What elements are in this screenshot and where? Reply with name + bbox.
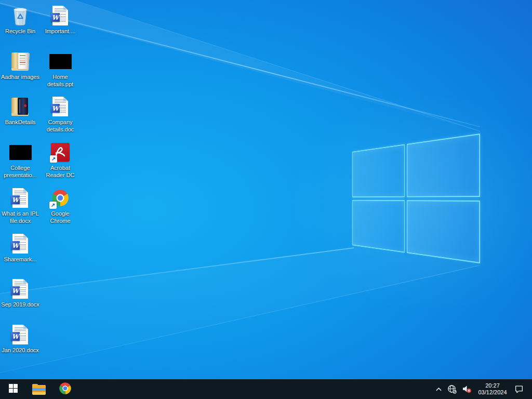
recycle-bin-icon: [5, 5, 36, 26]
word-document-icon: W: [45, 5, 76, 26]
action-center-icon[interactable]: [512, 379, 526, 399]
taskbar: 20:27 03/12/2024: [0, 379, 532, 399]
folder-book-icon: [5, 96, 36, 117]
icon-label: BankDetails: [5, 118, 36, 126]
folder-documents-icon: [5, 51, 36, 72]
desktop-icon-sharemark[interactable]: W Sharemark...: [1, 233, 40, 263]
icon-label: Acrobat Reader DC: [41, 164, 80, 179]
desktop-icon-sep-2019[interactable]: W Sep 2019.docx: [1, 278, 40, 308]
desktop-icon-aadhar-images[interactable]: Aadhar images: [1, 51, 40, 81]
icon-label: Recycle Bin: [5, 28, 35, 35]
shortcut-arrow-icon: ↗: [49, 202, 57, 209]
shortcut-arrow-icon: ↗: [50, 155, 57, 163]
windows-logo-pane: [407, 134, 480, 197]
desktop-icon-what-is-an-ipl-file[interactable]: W What is an IPL file.docx: [1, 188, 40, 224]
taskbar-clock[interactable]: 20:27 03/12/2024: [475, 382, 510, 396]
light-ray: [0, 265, 480, 373]
clock-date: 03/12/2024: [478, 389, 507, 396]
windows-logo: [352, 134, 480, 263]
icon-label: Company details.doc: [41, 118, 80, 133]
chrome-icon: [58, 381, 72, 397]
icon-label: Aadhar images: [1, 73, 39, 81]
acrobat-reader-icon: ↗: [45, 142, 76, 163]
desktop-icon-google-chrome[interactable]: ↗ Google Chrome: [41, 188, 80, 224]
word-document-icon: W: [5, 233, 36, 254]
chrome-icon: ↗: [45, 188, 76, 208]
chrome-taskbar-button[interactable]: [53, 379, 77, 399]
icon-label: What is an IPL file.docx: [1, 210, 40, 224]
icon-label: Home details.ppt: [41, 73, 80, 88]
icon-label: Google Chrome: [41, 210, 80, 224]
icon-label: Sharemark...: [4, 256, 37, 263]
desktop-icon-home-details[interactable]: Home details.ppt: [41, 51, 80, 88]
desktop-icon-important[interactable]: W Important....: [41, 5, 80, 35]
icon-label: Important....: [45, 28, 76, 35]
windows-logo-pane: [352, 200, 405, 253]
desktop-icon-college-presentation[interactable]: College presentatio...: [1, 142, 40, 179]
black-thumbnail-icon: [5, 142, 36, 163]
desktop-icon-jan-2020[interactable]: W Jan 2020.docx: [1, 324, 40, 354]
desktop-icon-acrobat-reader[interactable]: ↗ Acrobat Reader DC: [41, 142, 80, 179]
black-thumbnail-icon: [45, 51, 76, 72]
system-tray: 20:27 03/12/2024: [433, 379, 532, 399]
desktop-icon-recycle-bin[interactable]: Recycle Bin: [1, 5, 40, 35]
word-document-icon: W: [5, 324, 36, 345]
desktop-icon-company-details[interactable]: W Company details.doc: [41, 96, 80, 133]
clock-time: 20:27: [485, 382, 500, 389]
file-explorer-taskbar-button[interactable]: [27, 379, 51, 399]
desktop[interactable]: Recycle Bin Aadhar images BankDetails Co…: [0, 0, 532, 379]
start-button[interactable]: [1, 379, 25, 399]
word-document-icon: W: [5, 278, 36, 299]
desktop-icon-bankdetails[interactable]: BankDetails: [1, 96, 40, 126]
icon-label: College presentatio...: [1, 164, 40, 179]
windows-logo-pane: [407, 200, 480, 263]
light-ray: [0, 247, 354, 294]
file-explorer-icon: [32, 384, 46, 395]
word-document-icon: W: [45, 96, 76, 117]
icon-label: Jan 2020.docx: [2, 347, 39, 354]
tray-chevron-up-icon[interactable]: [433, 379, 444, 399]
word-document-icon: W: [5, 188, 36, 208]
volume-muted-icon[interactable]: [460, 379, 473, 399]
logo-glow: [291, 94, 532, 312]
icon-label: Sep 2019.docx: [1, 301, 39, 308]
windows-logo-pane: [352, 144, 405, 197]
light-ray: [74, 0, 481, 132]
network-no-internet-icon[interactable]: [446, 379, 458, 399]
windows-start-icon: [9, 384, 18, 394]
